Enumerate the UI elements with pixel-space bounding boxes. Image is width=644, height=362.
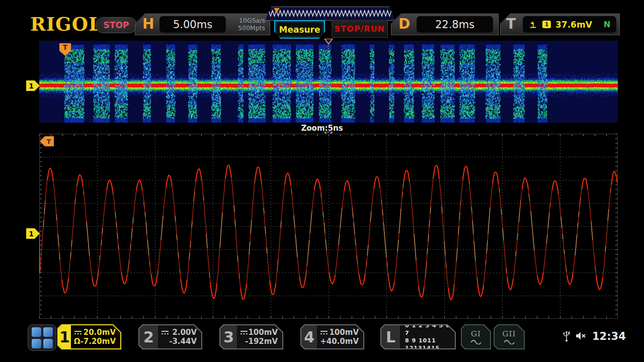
channel-4-values[interactable]: 100mV +40.0mV <box>317 325 363 348</box>
menu-button[interactable] <box>28 324 56 351</box>
usb-icon <box>562 330 571 342</box>
clock: 12:34 <box>592 330 626 342</box>
sine-wave-icon <box>503 338 515 344</box>
logic-channel-list: 0 1 2 3 4 5 6 7 8 9 1011 12131415 <box>400 325 455 348</box>
channel-2-values[interactable]: 2.00V -3.44V <box>158 325 201 348</box>
channel1-position-marker-lower[interactable]: 1 <box>26 228 40 239</box>
preview-zigzag-waveform <box>266 7 395 20</box>
channel-4-offset: +40.0mV <box>320 337 359 346</box>
trigger-panel[interactable]: T 1 37.6mV N <box>500 14 620 35</box>
generator-2-label: GII <box>503 329 516 338</box>
logic-analyzer-box[interactable]: L 0 1 2 3 4 5 6 7 8 9 1011 12131415 <box>380 324 456 349</box>
channel-3-scale: 100mV <box>248 328 278 337</box>
memory-depth: 500Mpts <box>238 24 265 32</box>
speaker-muted-icon[interactable] <box>575 331 588 341</box>
generator-1-box[interactable]: GI <box>461 324 491 349</box>
sine-wave-icon <box>470 338 482 344</box>
preview-trigger-marker[interactable] <box>274 8 280 13</box>
dc-coupling-icon <box>320 330 328 335</box>
channel-2-scale: 2.00V <box>172 328 197 337</box>
rigol-logo: RIGOL <box>30 13 102 35</box>
trigger-label: T <box>506 16 516 32</box>
dc-coupling-icon <box>161 330 169 335</box>
channel-3-box[interactable]: 3 100mV -192mV <box>219 324 283 349</box>
channel-4-scale: 100mV <box>329 328 359 337</box>
channel-2-box[interactable]: 2 2.00V -3.44V <box>138 324 202 349</box>
dc-coupling-icon <box>74 330 82 335</box>
run-state-badge: STOP <box>96 17 137 33</box>
measure-button[interactable]: Measure <box>274 20 325 39</box>
delay-value[interactable]: 22.8ms <box>417 16 493 33</box>
channel-1-tab[interactable]: 1 <box>58 325 71 348</box>
trigger-source-badge: 1 <box>542 21 551 28</box>
generator-2-box[interactable]: GII <box>494 324 525 349</box>
waveform-preview-strip[interactable] <box>265 7 395 21</box>
trigger-mode: N <box>604 20 610 29</box>
timebase-value[interactable]: 5.00ms <box>159 16 226 33</box>
channel-1-scale: 20.0mV <box>84 328 116 337</box>
trigger-level[interactable]: 37.6mV <box>555 20 592 30</box>
zoom-center-dashed-line <box>328 45 329 52</box>
channel-1-values[interactable]: 20.0mV Ω -7.20mV <box>71 325 120 348</box>
channel-2-offset: -3.44V <box>169 337 197 346</box>
channel-4-tab[interactable]: 4 <box>301 325 317 348</box>
zoom-waveform-window[interactable] <box>39 134 618 319</box>
delay-label: D <box>398 16 410 32</box>
zoom-center-marker-top[interactable] <box>324 39 333 45</box>
channel-4-box[interactable]: 4 100mV +40.0mV <box>300 324 364 349</box>
channel-3-values[interactable]: 100mV -192mV <box>237 325 282 348</box>
horizontal-panel[interactable]: H 5.00ms 10GSa/s 500Mpts <box>135 14 270 35</box>
channel1-position-marker-upper[interactable]: 1 <box>26 80 40 91</box>
channel-3-tab[interactable]: 3 <box>220 325 237 348</box>
stop-run-button[interactable]: STOP/RUN <box>332 20 388 38</box>
channel-2-tab[interactable]: 2 <box>139 325 158 348</box>
impedance-symbol: Ω <box>74 337 80 346</box>
logic-tab[interactable]: L <box>381 325 400 348</box>
trigger-slope-icon <box>529 21 538 29</box>
main-waveform-window[interactable] <box>39 41 618 123</box>
horizontal-label: H <box>142 16 154 32</box>
zoom-timebase-label: Zoom:5ns <box>0 124 644 133</box>
channel-3-offset: -192mV <box>245 337 278 346</box>
sample-rate: 10GSa/s <box>239 17 265 24</box>
trigger-info-box[interactable]: 1 37.6mV N <box>523 16 616 33</box>
dc-coupling-icon <box>240 330 248 335</box>
channel-1-box[interactable]: 1 20.0mV Ω -7.20mV <box>57 324 121 349</box>
acquisition-info: 10GSa/s 500Mpts <box>238 17 265 32</box>
oscilloscope-screen: RIGOL STOP H 5.00ms 10GSa/s 500Mpts Meas… <box>0 0 644 362</box>
menu-grid-icon <box>32 327 41 337</box>
generator-1-label: GI <box>471 329 481 338</box>
delay-panel[interactable]: D 22.8ms <box>391 14 499 35</box>
channel-1-offset: -7.20mV <box>80 337 116 346</box>
